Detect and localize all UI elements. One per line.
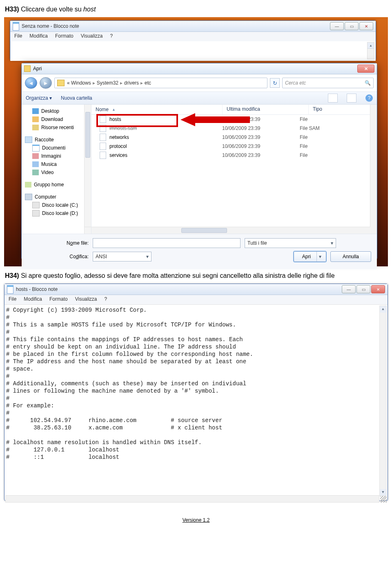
disk-icon — [32, 202, 40, 208]
help-icon[interactable]: ? — [365, 94, 373, 102]
crumb[interactable]: System32 — [97, 80, 118, 86]
file-type: File — [300, 143, 377, 149]
menu-file[interactable]: File — [9, 296, 16, 304]
col-date[interactable]: Ultima modifica — [223, 105, 309, 114]
notepad-titlebar[interactable]: hosts - Blocco note — ▭ ✕ — [4, 284, 388, 295]
open-dialog-toolbar: Organizza ▾ Nuova cartella ? — [22, 92, 377, 105]
notepad-menubar: File Modifica Formato Visualizza ? — [10, 32, 376, 41]
organize-menu[interactable]: Organizza ▾ — [26, 95, 52, 101]
chevron-down-icon[interactable]: ▾ — [317, 254, 323, 259]
nav-forward-button[interactable]: ► — [40, 77, 52, 89]
maximize-button[interactable]: ▭ — [345, 22, 359, 30]
tree-homegroup[interactable]: Gruppo home — [25, 181, 89, 189]
file-list-header: Nome ▲ Ultima modifica Tipo — [91, 105, 377, 115]
close-button[interactable]: ✕ — [359, 22, 373, 30]
file-type-combo[interactable]: Tutti i file▾ — [245, 238, 336, 248]
menu-view[interactable]: Visualizza — [81, 33, 103, 41]
tree-images[interactable]: Immagini — [32, 152, 89, 160]
scrollbar-vertical[interactable]: ▲▼ — [379, 306, 387, 496]
crumb[interactable]: drivers — [124, 80, 139, 86]
view-mode-icon[interactable] — [328, 94, 338, 103]
desktop-icon — [32, 108, 39, 114]
search-icon: 🔍 — [365, 80, 371, 86]
filename-input[interactable] — [93, 238, 241, 248]
nav-back-button[interactable]: ◄ — [25, 77, 37, 89]
address-bar[interactable]: « Windows▸ System32▸ drivers▸ etc — [54, 78, 267, 88]
search-input[interactable]: Cerca etc 🔍 — [282, 78, 374, 88]
chevron-down-icon: ▾ — [146, 254, 149, 259]
file-icon — [100, 152, 106, 159]
open-dialog-titlebar[interactable]: Apri ✕ — [22, 63, 377, 74]
file-name: lmhosts.sam — [109, 125, 137, 131]
tree-download[interactable]: Download — [32, 115, 89, 123]
tree-music[interactable]: Musica — [32, 160, 89, 168]
file-icon — [100, 116, 106, 123]
tree-drive-c[interactable]: Disco locale (C:) — [32, 201, 89, 209]
minimize-button[interactable]: — — [342, 285, 356, 293]
tree-drive-d[interactable]: Disco locale (D:) — [32, 209, 89, 217]
new-folder-button[interactable]: Nuova cartella — [61, 95, 92, 101]
file-row[interactable]: services10/06/2009 23:39File — [91, 151, 377, 160]
close-button[interactable]: ✕ — [371, 285, 385, 293]
menu-edit[interactable]: Modifica — [29, 33, 48, 41]
file-row[interactable]: lmhosts.sam10/06/2009 23:39File SAM — [91, 124, 377, 133]
cancel-button[interactable]: Annulla — [330, 251, 371, 262]
file-name: services — [109, 152, 127, 158]
tree-desktop[interactable]: Desktop — [32, 107, 89, 115]
heading-h33: H33) Cliccare due volte su host — [5, 6, 387, 13]
folder-icon — [24, 65, 31, 72]
notepad-text-area[interactable]: # Copyright (c) 1993-2009 Microsoft Corp… — [4, 304, 388, 503]
file-row[interactable]: networks10/06/2009 23:39File — [91, 133, 377, 142]
menu-view[interactable]: Visualizza — [75, 296, 97, 304]
maximize-button[interactable]: ▭ — [356, 285, 370, 293]
file-row[interactable]: hosts10/06/2009 23:39File — [91, 115, 377, 124]
filename-label: Nome file: — [27, 240, 89, 246]
file-date: 10/06/2009 23:39 — [222, 134, 300, 140]
h33-italic: host — [83, 6, 96, 13]
menu-help[interactable]: ? — [110, 33, 113, 41]
crumb[interactable]: etc — [145, 80, 151, 86]
chevron-down-icon: ▾ — [331, 240, 333, 246]
file-name: networks — [109, 134, 129, 140]
tree-computer[interactable]: Computer — [25, 193, 89, 201]
scrollbar-vertical[interactable] — [84, 105, 91, 234]
menu-help[interactable]: ? — [105, 296, 107, 304]
menu-file[interactable]: File — [14, 33, 22, 41]
refresh-button[interactable]: ↻ — [270, 78, 280, 88]
scrollbar-horizontal[interactable] — [91, 227, 370, 234]
tree-recent[interactable]: Risorse recenti — [32, 123, 89, 132]
col-name[interactable]: Nome ▲ — [91, 105, 223, 114]
file-date: 10/06/2009 23:39 — [222, 152, 300, 158]
file-type: File SAM — [300, 125, 377, 131]
heading-h34: H34) Si apre questo foglio, adesso si de… — [5, 272, 387, 279]
minimize-button[interactable]: — — [330, 22, 344, 30]
menu-format[interactable]: Formato — [55, 33, 74, 41]
open-button[interactable]: Apri▾ — [294, 251, 326, 262]
resize-grip-icon[interactable] — [380, 496, 387, 503]
col-type[interactable]: Tipo — [309, 105, 377, 114]
menu-edit[interactable]: Modifica — [24, 296, 42, 304]
file-icon — [100, 134, 106, 141]
tree-documents[interactable]: Documenti — [32, 144, 89, 152]
disk-icon — [32, 210, 40, 217]
file-type: File — [300, 152, 377, 158]
preview-pane-icon[interactable] — [347, 94, 356, 103]
folder-icon — [57, 80, 65, 86]
scrollbar-vertical[interactable] — [370, 105, 377, 234]
video-icon — [32, 170, 39, 175]
open-dialog-bottom: Nome file: Tutti i file▾ Codifica: ANSI▾ — [22, 234, 377, 269]
encoding-combo[interactable]: ANSI▾ — [93, 252, 151, 261]
music-icon — [32, 161, 39, 167]
file-row[interactable]: protocol10/06/2009 23:39File — [91, 142, 377, 151]
tree-libraries[interactable]: Raccolte — [25, 136, 89, 144]
scrollbar-horizontal[interactable] — [5, 495, 379, 503]
tree-video[interactable]: Video — [32, 168, 89, 177]
sort-arrow-icon: ▲ — [112, 107, 116, 112]
documents-icon — [32, 145, 40, 152]
crumb[interactable]: « Windows — [67, 80, 91, 86]
menu-format[interactable]: Formato — [49, 296, 68, 304]
notepad-body: ▲ — [10, 41, 376, 61]
close-button[interactable]: ✕ — [357, 65, 374, 73]
notepad-titlebar[interactable]: Senza nome - Blocco note — ▭ ✕ — [10, 21, 376, 32]
scrollbar-vertical[interactable]: ▲ — [367, 42, 374, 59]
